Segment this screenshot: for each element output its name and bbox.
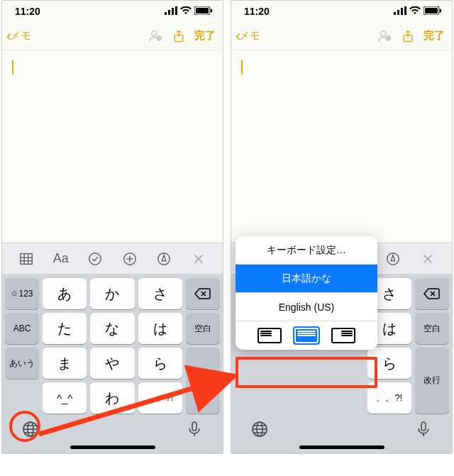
globe-icon[interactable] — [251, 421, 268, 438]
svg-point-7 — [152, 31, 157, 35]
layout-left-icon[interactable] — [256, 326, 283, 345]
wifi-icon — [180, 6, 192, 16]
status-bar: 11:20 — [2, 1, 223, 22]
done-button[interactable]: 完了 — [194, 29, 216, 43]
popup-keyboard-settings[interactable]: キーボード設定… — [236, 236, 377, 265]
svg-rect-36 — [425, 8, 438, 13]
status-right — [394, 6, 442, 16]
back-button[interactable]: ‹ メモ — [6, 28, 31, 44]
text-format-icon[interactable]: Aa — [49, 247, 73, 271]
popup-english-us[interactable]: English (US) — [236, 293, 377, 321]
key-ra[interactable]: ら — [138, 348, 182, 379]
add-icon[interactable] — [118, 247, 142, 271]
mic-icon[interactable] — [186, 421, 203, 438]
nav-bar: ‹ メモ 完了 — [2, 22, 223, 50]
close-icon[interactable] — [187, 247, 211, 271]
markup-icon[interactable] — [152, 247, 176, 271]
back-label: メモ — [239, 29, 260, 43]
layout-full-icon[interactable] — [293, 326, 320, 345]
status-bar: 11:20 — [231, 1, 452, 22]
svg-rect-6 — [211, 9, 212, 13]
signal-icon — [165, 6, 177, 16]
key-ka[interactable]: か — [90, 278, 134, 309]
key-emoji[interactable]: ^_^ — [43, 382, 87, 414]
svg-rect-12 — [21, 253, 33, 264]
collaborate-icon[interactable] — [377, 28, 392, 44]
close-icon[interactable] — [416, 247, 440, 271]
checklist-icon[interactable] — [83, 247, 107, 271]
globe-icon[interactable] — [22, 421, 39, 438]
key-punct[interactable]: 、。?! — [138, 382, 182, 414]
home-indicator[interactable] — [299, 445, 384, 449]
key-wa[interactable]: わ — [90, 382, 134, 414]
svg-rect-0 — [165, 12, 167, 15]
svg-rect-3 — [175, 6, 177, 15]
status-time: 11:20 — [15, 6, 40, 17]
text-caret — [241, 60, 243, 74]
battery-icon — [194, 6, 213, 16]
key-abc[interactable]: ABC — [5, 313, 39, 344]
svg-rect-2 — [172, 8, 174, 15]
key-a[interactable]: あ — [43, 278, 87, 309]
keyboard: ☆123 あ か さ ABC た な は 空白 あいう ま や ら 改行 ^_^… — [2, 274, 223, 416]
key-na[interactable]: な — [90, 313, 134, 344]
kb-toolbar: Aa — [2, 243, 223, 274]
wifi-icon — [409, 6, 421, 16]
collaborate-icon[interactable] — [148, 28, 163, 44]
nav-bar: ‹ メモ 完了 — [231, 22, 452, 50]
key-ya[interactable]: や — [90, 348, 134, 379]
share-icon[interactable] — [172, 28, 186, 44]
key-aiu[interactable]: あいう — [5, 348, 39, 379]
svg-rect-32 — [397, 10, 399, 15]
svg-rect-60 — [421, 422, 426, 431]
svg-rect-31 — [394, 12, 396, 15]
key-return[interactable]: 改行 — [415, 348, 449, 414]
share-icon[interactable] — [401, 28, 415, 44]
note-editor[interactable] — [2, 50, 223, 243]
key-delete[interactable] — [415, 278, 449, 309]
key-space[interactable]: 空白 — [186, 313, 220, 344]
signal-icon — [394, 6, 406, 16]
key-ra[interactable]: ら — [367, 348, 411, 379]
svg-rect-34 — [404, 6, 406, 15]
key-space[interactable]: 空白 — [415, 313, 449, 344]
key-ha[interactable]: は — [138, 313, 182, 344]
keyboard: さ は 空白 ら 改行 、。?! キーボード設定… 日本語かな English … — [231, 274, 452, 416]
status-right — [165, 6, 213, 16]
markup-icon[interactable] — [381, 247, 405, 271]
layout-right-icon[interactable] — [330, 326, 357, 345]
svg-point-17 — [89, 253, 101, 265]
key-ma[interactable]: ま — [43, 348, 87, 379]
key-123[interactable]: ☆123 — [5, 278, 39, 309]
text-caret — [12, 60, 13, 74]
keyboard-switcher-popup: キーボード設定… 日本語かな English (US) — [236, 236, 377, 350]
key-ta[interactable]: た — [43, 313, 87, 344]
svg-rect-37 — [440, 9, 441, 13]
home-indicator[interactable] — [70, 445, 155, 449]
phone-right: 11:20 ‹ メモ 完了 — [231, 0, 453, 454]
key-return[interactable]: 改行 — [186, 348, 220, 414]
status-time: 11:20 — [244, 6, 270, 17]
back-label: メモ — [10, 29, 31, 43]
key-sa[interactable]: さ — [138, 278, 182, 309]
svg-rect-33 — [401, 8, 403, 15]
mic-icon[interactable] — [415, 421, 432, 438]
key-delete[interactable] — [186, 278, 220, 309]
popup-layout-row — [236, 321, 377, 350]
done-button[interactable]: 完了 — [423, 29, 445, 43]
battery-icon — [423, 6, 442, 16]
svg-rect-5 — [196, 8, 209, 13]
table-icon[interactable] — [14, 247, 38, 271]
key-punct[interactable]: 、。?! — [367, 382, 411, 414]
svg-rect-1 — [168, 10, 170, 15]
svg-rect-29 — [192, 422, 196, 431]
back-button[interactable]: ‹ メモ — [236, 28, 260, 44]
svg-point-38 — [381, 31, 386, 35]
note-editor[interactable] — [231, 50, 452, 243]
popup-japanese-kana[interactable]: 日本語かな — [236, 265, 377, 293]
phone-left: 11:20 ‹ メモ 完了 — [1, 0, 223, 454]
